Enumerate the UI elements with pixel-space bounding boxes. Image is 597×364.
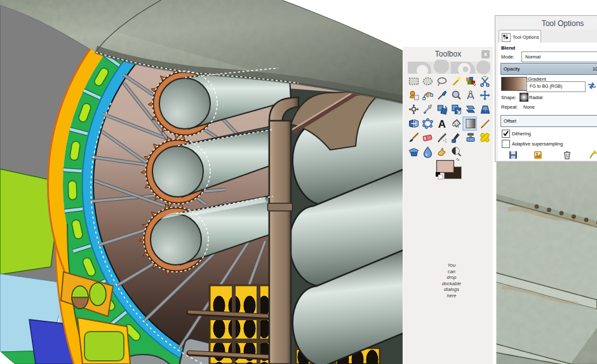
- svg-text:here: here: [446, 293, 456, 299]
- svg-text:You: You: [448, 262, 457, 268]
- svg-text:dialogs: dialogs: [444, 286, 459, 292]
- svg-text:A: A: [438, 118, 446, 130]
- svg-text:dockable: dockable: [442, 281, 461, 286]
- svg-text:drop: drop: [446, 274, 456, 280]
- svg-text:can: can: [448, 269, 455, 274]
